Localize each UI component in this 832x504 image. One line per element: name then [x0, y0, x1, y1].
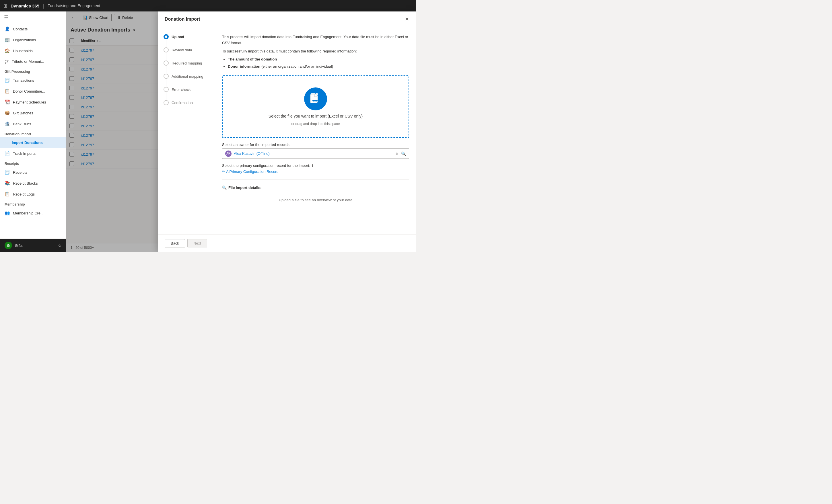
bank-runs-icon: 🏦: [5, 121, 10, 127]
step-connector-2: [166, 53, 166, 60]
sidebar-label-transactions: Transactions: [13, 78, 34, 83]
owner-clear-button[interactable]: ✕: [395, 151, 399, 156]
modal-description: This process will import donation data i…: [222, 34, 409, 71]
sidebar-item-households[interactable]: 🏠 Households: [0, 45, 66, 56]
step-circle-req-mapping: [163, 60, 169, 66]
svg-point-3: [314, 100, 316, 102]
track-imports-icon: 📄: [5, 151, 10, 156]
step-label-add-mapping: Additional mapping: [172, 74, 203, 79]
modal-title: Donation Import: [165, 17, 200, 22]
owner-search-button[interactable]: 🔍: [401, 151, 406, 156]
section-gift-processing: Gift Processing: [0, 67, 66, 75]
sidebar-item-receipts[interactable]: 🧾 Receipts: [0, 167, 66, 178]
hamburger-menu[interactable]: ☰: [0, 11, 66, 24]
modal-close-button[interactable]: ✕: [405, 16, 409, 22]
config-label: Select the primary configuration record …: [222, 163, 310, 168]
sidebar-item-membership[interactable]: 👥 Membership Cre...: [0, 207, 66, 219]
sidebar-item-payment-schedules[interactable]: 📆 Payment Schedules: [0, 96, 66, 108]
step-required-mapping: Required mapping: [163, 60, 209, 74]
sidebar: ☰ 👤 Contacts 🏢 Organizations 🏠 Household…: [0, 11, 66, 252]
sidebar-item-organizations[interactable]: 🏢 Organizations: [0, 34, 66, 45]
step-connector-5: [166, 92, 166, 100]
sidebar-label-receipt-logs: Receipt Logs: [13, 192, 35, 196]
topbar: ⊞ Dynamics 365 | Fundraising and Engagem…: [0, 0, 416, 11]
sidebar-item-track-imports[interactable]: 📄 Track Imports: [0, 148, 66, 159]
sidebar-label-track-imports: Track Imports: [13, 151, 35, 156]
sidebar-item-bank-runs[interactable]: 🏦 Bank Runs: [0, 118, 66, 129]
owner-avatar: AK: [225, 150, 232, 157]
modal-overlay: Donation Import ✕ Upload: [66, 11, 416, 252]
file-icon: [304, 87, 327, 110]
step-connector-1: [166, 39, 166, 47]
svg-rect-1: [310, 94, 317, 103]
config-link[interactable]: A Primary Configuration Record: [226, 169, 279, 174]
receipt-logs-icon: 📋: [5, 192, 10, 197]
sidebar-item-contacts[interactable]: 👤 Contacts: [0, 24, 66, 34]
file-import-icon: 🔍: [222, 186, 227, 190]
back-modal-button[interactable]: Back: [165, 239, 185, 247]
file-import-placeholder: Upload a file to see an overview of your…: [222, 192, 409, 208]
gift-batches-icon: 📦: [5, 110, 10, 115]
sidebar-item-receipt-logs[interactable]: 📋 Receipt Logs: [0, 189, 66, 199]
payment-schedules-icon: 📆: [5, 100, 10, 105]
step-circle-upload: [163, 34, 169, 39]
app-name: Fundraising and Engagement: [48, 3, 100, 8]
file-drop-zone[interactable]: Select the file you want to import (Exce…: [222, 76, 409, 138]
owner-section: Select an owner for the imported records…: [222, 142, 409, 159]
sidebar-label-contacts: Contacts: [13, 27, 28, 31]
file-import-section: 🔍 File import details: Upload a file to …: [222, 186, 409, 208]
step-label-confirm: Confirmation: [172, 101, 193, 105]
membership-icon: 👥: [5, 211, 10, 216]
import-donations-icon: ←: [5, 140, 9, 145]
owner-name: Alex Kasavin (Offline): [234, 151, 393, 156]
organizations-icon: 🏢: [5, 37, 10, 43]
sidebar-item-transactions[interactable]: 🧾 Transactions: [0, 75, 66, 86]
sidebar-label-gifts: Gifts: [15, 244, 23, 248]
sidebar-item-tribute[interactable]: 🕊 Tribute or Memori...: [0, 56, 66, 67]
sidebar-label-payment-schedules: Payment Schedules: [13, 100, 46, 104]
app-title: Dynamics 365: [10, 3, 39, 8]
step-label-upload: Upload: [172, 35, 184, 39]
sidebar-label-tribute: Tribute or Memori...: [12, 59, 44, 64]
grid-icon[interactable]: ⊞: [3, 3, 7, 8]
sidebar-bottom-gifts[interactable]: G Gifts ◇: [0, 239, 66, 252]
drop-zone-label: Select the file you want to import (Exce…: [268, 114, 363, 118]
sidebar-item-gift-batches[interactable]: 📦 Gift Batches: [0, 108, 66, 118]
step-error-check: Error check: [163, 87, 209, 100]
next-modal-button: Next: [187, 239, 207, 247]
sidebar-item-donor-commitments[interactable]: 📋 Donor Commitme...: [0, 86, 66, 96]
sidebar-label-receipt-stacks: Receipt Stacks: [13, 181, 38, 186]
sidebar-label-import-donations: Import Donations: [12, 140, 43, 145]
content-area: ← 📊 Show Chart 🗑 Delete Active Donation …: [66, 11, 416, 252]
section-donation-import: Donation Import: [0, 129, 66, 137]
modal-panel: Donation Import ✕ Upload: [158, 11, 416, 252]
topbar-divider: |: [43, 3, 44, 9]
transactions-icon: 🧾: [5, 78, 10, 83]
gifts-avatar: G: [5, 242, 12, 249]
owner-field-label: Select an owner for the imported records…: [222, 142, 409, 147]
desc-bullet-1: The amount of the donation: [228, 56, 409, 62]
step-label-error: Error check: [172, 87, 190, 92]
step-circle-error: [163, 87, 169, 92]
step-circle-confirm: [163, 100, 169, 105]
sidebar-label-gift-batches: Gift Batches: [13, 111, 33, 115]
modal-body: Upload Review data: [158, 27, 416, 234]
step-label-review: Review data: [172, 48, 192, 52]
owner-input[interactable]: AK Alex Kasavin (Offline) ✕ 🔍: [222, 148, 409, 159]
svg-point-2: [312, 100, 314, 102]
sidebar-label-donor-commitments: Donor Commitme...: [13, 89, 45, 93]
sidebar-item-receipt-stacks[interactable]: 📚 Receipt Stacks: [0, 178, 66, 189]
config-info-icon: ℹ: [312, 163, 313, 168]
receipt-stacks-icon: 📚: [5, 180, 10, 186]
modal-content-main: This process will import donation data i…: [215, 27, 416, 234]
sidebar-label-bank-runs: Bank Runs: [13, 122, 31, 126]
desc-line1: This process will import donation data i…: [222, 34, 409, 46]
modal-footer: Back Next: [158, 234, 416, 252]
donor-commitments-icon: 📋: [5, 89, 10, 94]
file-import-header: 🔍 File import details:: [222, 186, 409, 190]
sidebar-item-import-donations[interactable]: ← Import Donations: [0, 137, 66, 148]
gifts-chevron: ◇: [58, 244, 61, 247]
step-upload: Upload: [163, 34, 209, 47]
step-circle-review: [163, 47, 169, 53]
config-edit-icon: ✏: [222, 169, 225, 173]
